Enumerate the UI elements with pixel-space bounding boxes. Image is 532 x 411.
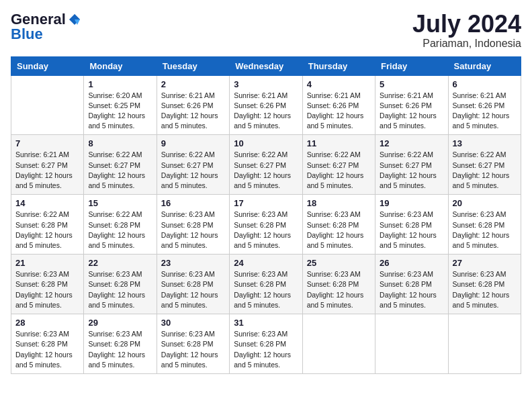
day-number: 6 xyxy=(453,79,517,89)
calendar-cell xyxy=(375,314,448,374)
day-info: Sunrise: 6:23 AMSunset: 6:28 PMDaylight:… xyxy=(15,329,79,370)
calendar-cell: 28Sunrise: 6:23 AMSunset: 6:28 PMDayligh… xyxy=(11,314,84,374)
calendar-week-row: 7Sunrise: 6:21 AMSunset: 6:27 PMDaylight… xyxy=(11,135,521,195)
calendar-cell: 17Sunrise: 6:23 AMSunset: 6:28 PMDayligh… xyxy=(230,195,302,255)
day-info: Sunrise: 6:22 AMSunset: 6:28 PMDaylight:… xyxy=(88,210,152,250)
day-info: Sunrise: 6:22 AMSunset: 6:27 PMDaylight:… xyxy=(453,150,517,191)
page-header: General Blue July 2024 Pariaman, Indones… xyxy=(11,11,521,50)
day-number: 26 xyxy=(380,258,443,268)
calendar-cell: 8Sunrise: 6:22 AMSunset: 6:27 PMDaylight… xyxy=(84,135,157,195)
day-info: Sunrise: 6:21 AMSunset: 6:26 PMDaylight:… xyxy=(307,91,371,132)
day-number: 20 xyxy=(453,198,517,208)
col-header-wednesday: Wednesday xyxy=(230,56,302,75)
day-info: Sunrise: 6:21 AMSunset: 6:26 PMDaylight:… xyxy=(380,91,443,132)
calendar-cell: 3Sunrise: 6:21 AMSunset: 6:26 PMDaylight… xyxy=(230,75,302,135)
col-header-monday: Monday xyxy=(84,56,157,75)
calendar-cell: 6Sunrise: 6:21 AMSunset: 6:26 PMDaylight… xyxy=(448,75,521,135)
day-number: 14 xyxy=(15,198,79,208)
day-info: Sunrise: 6:22 AMSunset: 6:27 PMDaylight:… xyxy=(234,150,298,191)
day-info: Sunrise: 6:23 AMSunset: 6:28 PMDaylight:… xyxy=(15,269,79,310)
calendar-cell: 11Sunrise: 6:22 AMSunset: 6:27 PMDayligh… xyxy=(302,135,375,195)
day-info: Sunrise: 6:23 AMSunset: 6:28 PMDaylight:… xyxy=(453,269,517,310)
col-header-saturday: Saturday xyxy=(448,56,521,75)
calendar-cell: 7Sunrise: 6:21 AMSunset: 6:27 PMDaylight… xyxy=(11,135,84,195)
calendar-body: 1Sunrise: 6:20 AMSunset: 6:25 PMDaylight… xyxy=(11,75,521,373)
calendar-cell: 31Sunrise: 6:23 AMSunset: 6:28 PMDayligh… xyxy=(230,314,302,374)
location-subtitle: Pariaman, Indonesia xyxy=(412,38,521,50)
day-number: 9 xyxy=(161,138,225,148)
calendar-week-row: 14Sunrise: 6:22 AMSunset: 6:28 PMDayligh… xyxy=(11,195,521,255)
day-info: Sunrise: 6:23 AMSunset: 6:28 PMDaylight:… xyxy=(161,269,225,310)
calendar-cell: 4Sunrise: 6:21 AMSunset: 6:26 PMDaylight… xyxy=(302,75,375,135)
day-number: 15 xyxy=(88,198,152,208)
calendar-cell: 1Sunrise: 6:20 AMSunset: 6:25 PMDaylight… xyxy=(84,75,157,135)
day-number: 7 xyxy=(15,138,79,148)
calendar-week-row: 1Sunrise: 6:20 AMSunset: 6:25 PMDaylight… xyxy=(11,75,521,135)
calendar-cell: 9Sunrise: 6:22 AMSunset: 6:27 PMDaylight… xyxy=(157,135,229,195)
calendar-header-row: SundayMondayTuesdayWednesdayThursdayFrid… xyxy=(11,56,521,75)
calendar-cell: 18Sunrise: 6:23 AMSunset: 6:28 PMDayligh… xyxy=(302,195,375,255)
day-info: Sunrise: 6:21 AMSunset: 6:26 PMDaylight:… xyxy=(453,91,517,132)
day-number: 1 xyxy=(88,79,152,89)
calendar-cell: 12Sunrise: 6:22 AMSunset: 6:27 PMDayligh… xyxy=(375,135,448,195)
calendar-cell: 15Sunrise: 6:22 AMSunset: 6:28 PMDayligh… xyxy=(84,195,157,255)
calendar-cell: 30Sunrise: 6:23 AMSunset: 6:28 PMDayligh… xyxy=(157,314,229,374)
day-number: 11 xyxy=(307,138,371,148)
calendar-cell: 20Sunrise: 6:23 AMSunset: 6:28 PMDayligh… xyxy=(448,195,521,255)
calendar-cell: 29Sunrise: 6:23 AMSunset: 6:28 PMDayligh… xyxy=(84,314,157,374)
day-number: 23 xyxy=(161,258,225,268)
calendar-cell: 13Sunrise: 6:22 AMSunset: 6:27 PMDayligh… xyxy=(448,135,521,195)
day-number: 24 xyxy=(234,258,298,268)
calendar-table: SundayMondayTuesdayWednesdayThursdayFrid… xyxy=(11,56,521,374)
calendar-cell: 5Sunrise: 6:21 AMSunset: 6:26 PMDaylight… xyxy=(375,75,448,135)
day-info: Sunrise: 6:22 AMSunset: 6:27 PMDaylight:… xyxy=(161,150,225,191)
day-number: 31 xyxy=(234,318,298,328)
col-header-sunday: Sunday xyxy=(11,56,84,75)
col-header-tuesday: Tuesday xyxy=(157,56,229,75)
calendar-week-row: 21Sunrise: 6:23 AMSunset: 6:28 PMDayligh… xyxy=(11,255,521,314)
day-number: 19 xyxy=(380,198,443,208)
day-info: Sunrise: 6:20 AMSunset: 6:25 PMDaylight:… xyxy=(88,91,152,132)
day-info: Sunrise: 6:23 AMSunset: 6:28 PMDaylight:… xyxy=(380,269,443,310)
day-number: 2 xyxy=(161,79,225,89)
calendar-cell: 23Sunrise: 6:23 AMSunset: 6:28 PMDayligh… xyxy=(157,255,229,314)
calendar-week-row: 28Sunrise: 6:23 AMSunset: 6:28 PMDayligh… xyxy=(11,314,521,374)
day-info: Sunrise: 6:23 AMSunset: 6:28 PMDaylight:… xyxy=(307,210,371,250)
calendar-cell: 24Sunrise: 6:23 AMSunset: 6:28 PMDayligh… xyxy=(230,255,302,314)
logo: General Blue xyxy=(11,11,81,43)
day-number: 4 xyxy=(307,79,371,89)
calendar-cell xyxy=(302,314,375,374)
title-block: July 2024 Pariaman, Indonesia xyxy=(412,11,521,50)
month-year-title: July 2024 xyxy=(412,11,521,38)
day-number: 12 xyxy=(380,138,443,148)
day-info: Sunrise: 6:22 AMSunset: 6:27 PMDaylight:… xyxy=(307,150,371,191)
col-header-thursday: Thursday xyxy=(302,56,375,75)
day-info: Sunrise: 6:21 AMSunset: 6:26 PMDaylight:… xyxy=(234,91,298,132)
calendar-cell: 21Sunrise: 6:23 AMSunset: 6:28 PMDayligh… xyxy=(11,255,84,314)
day-info: Sunrise: 6:21 AMSunset: 6:27 PMDaylight:… xyxy=(15,150,79,191)
day-number: 28 xyxy=(15,318,79,328)
day-info: Sunrise: 6:23 AMSunset: 6:28 PMDaylight:… xyxy=(234,329,298,370)
day-number: 27 xyxy=(453,258,517,268)
calendar-cell: 16Sunrise: 6:23 AMSunset: 6:28 PMDayligh… xyxy=(157,195,229,255)
day-info: Sunrise: 6:23 AMSunset: 6:28 PMDaylight:… xyxy=(234,210,298,250)
day-info: Sunrise: 6:23 AMSunset: 6:28 PMDaylight:… xyxy=(88,329,152,370)
svg-marker-1 xyxy=(75,14,80,19)
day-info: Sunrise: 6:23 AMSunset: 6:28 PMDaylight:… xyxy=(88,269,152,310)
calendar-cell: 14Sunrise: 6:22 AMSunset: 6:28 PMDayligh… xyxy=(11,195,84,255)
calendar-cell: 27Sunrise: 6:23 AMSunset: 6:28 PMDayligh… xyxy=(448,255,521,314)
day-info: Sunrise: 6:22 AMSunset: 6:28 PMDaylight:… xyxy=(15,210,79,250)
day-info: Sunrise: 6:21 AMSunset: 6:26 PMDaylight:… xyxy=(161,91,225,132)
day-number: 17 xyxy=(234,198,298,208)
day-info: Sunrise: 6:22 AMSunset: 6:27 PMDaylight:… xyxy=(380,150,443,191)
day-info: Sunrise: 6:22 AMSunset: 6:27 PMDaylight:… xyxy=(88,150,152,191)
calendar-cell: 25Sunrise: 6:23 AMSunset: 6:28 PMDayligh… xyxy=(302,255,375,314)
calendar-cell xyxy=(11,75,84,135)
day-info: Sunrise: 6:23 AMSunset: 6:28 PMDaylight:… xyxy=(307,269,371,310)
day-number: 8 xyxy=(88,138,152,148)
day-number: 16 xyxy=(161,198,225,208)
day-info: Sunrise: 6:23 AMSunset: 6:28 PMDaylight:… xyxy=(161,210,225,250)
day-number: 3 xyxy=(234,79,298,89)
calendar-cell xyxy=(448,314,521,374)
day-number: 29 xyxy=(88,318,152,328)
